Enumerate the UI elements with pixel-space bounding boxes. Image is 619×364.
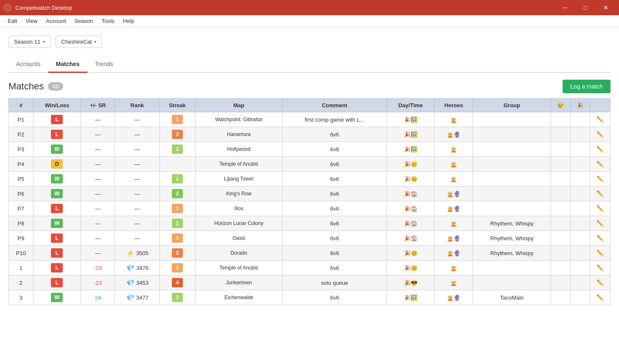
cell-rank: —: [115, 172, 160, 186]
menu-view[interactable]: View: [21, 16, 42, 26]
streak-badge: 1: [172, 293, 183, 302]
cell-streak: 2: [160, 246, 195, 261]
cell-comment: 6v6: [283, 290, 387, 305]
cell-group: Rhythem, Whispy: [473, 216, 551, 231]
cell-heroes: 🧝🔮: [434, 231, 473, 246]
edit-icon[interactable]: ✏️: [597, 220, 604, 227]
cell-sad: [551, 157, 570, 172]
cell-group: [473, 261, 551, 275]
cell-sad: [551, 290, 570, 305]
edit-icon[interactable]: ✏️: [597, 131, 604, 138]
cell-edit[interactable]: ✏️: [590, 290, 611, 305]
cell-group: Rhythem, Whispy: [473, 231, 551, 246]
log-match-button[interactable]: Log a match: [563, 80, 611, 93]
streak-badge: 1: [172, 233, 183, 243]
table-row: P6W——2King's Row6v6🎉🏠🧝🔮✏️: [9, 186, 611, 201]
cell-edit[interactable]: ✏️: [590, 201, 611, 216]
result-badge: W: [51, 174, 63, 183]
season-chevron-icon: ▾: [43, 39, 45, 44]
cell-sr-diff: 24: [81, 290, 115, 305]
edit-icon[interactable]: ✏️: [597, 235, 604, 242]
cell-num: P8: [9, 216, 34, 231]
edit-icon[interactable]: ✏️: [597, 279, 604, 286]
table-row: P4D——Temple of Anubis6v6🎉😊🧝✏️: [9, 157, 611, 172]
cell-result: W: [33, 142, 81, 157]
cell-sad: [551, 216, 570, 231]
cell-edit[interactable]: ✏️: [590, 142, 611, 157]
cell-sr-diff: —: [81, 127, 115, 142]
menu-tools[interactable]: Tools: [97, 16, 118, 26]
app-title: Competiwatch Desktop: [15, 5, 72, 11]
cell-heroes: 🧝🔮: [434, 290, 473, 305]
edit-icon[interactable]: ✏️: [597, 116, 604, 123]
cell-num: P2: [9, 127, 34, 142]
cell-daytime: 🎉😊: [387, 246, 434, 261]
cell-rank: —: [115, 157, 160, 172]
cell-daytime: 🎉😊: [387, 261, 434, 275]
tab-matches[interactable]: Matches: [48, 56, 87, 73]
cell-sad: [551, 275, 570, 290]
cell-comment: 6v6: [283, 127, 387, 142]
cell-edit[interactable]: ✏️: [590, 186, 611, 201]
cell-edit[interactable]: ✏️: [590, 157, 611, 172]
account-chevron-icon: ▾: [94, 39, 96, 44]
cell-map: Hollywood: [195, 142, 283, 157]
cell-streak: 1: [160, 290, 195, 305]
cell-group: [473, 201, 551, 216]
cell-comment: 6v6: [283, 261, 387, 275]
cell-streak: 2: [160, 186, 195, 201]
cell-edit[interactable]: ✏️: [590, 275, 611, 290]
cell-edit[interactable]: ✏️: [590, 246, 611, 261]
cell-edit[interactable]: ✏️: [590, 172, 611, 186]
rank-value: 3477: [136, 295, 148, 301]
edit-icon[interactable]: ✏️: [597, 250, 604, 256]
menu-edit[interactable]: Edit: [3, 16, 21, 26]
cell-sad: [551, 186, 570, 201]
result-badge: L: [51, 115, 63, 124]
cell-edit[interactable]: ✏️: [590, 261, 611, 275]
col-header-winloss: Win/Loss: [33, 99, 81, 112]
cell-map: Watchpoint: Gibraltar: [195, 112, 283, 127]
matches-count-badge: 48: [48, 82, 63, 91]
minimize-button[interactable]: ─: [555, 0, 575, 15]
menu-account[interactable]: Account: [42, 16, 70, 26]
cell-edit[interactable]: ✏️: [590, 231, 611, 246]
tab-accounts[interactable]: Accounts: [8, 56, 48, 73]
cell-party: [570, 142, 590, 157]
rank-cell: ⚡3505: [118, 249, 157, 257]
cell-result: L: [33, 275, 81, 290]
cell-edit[interactable]: ✏️: [590, 127, 611, 142]
tab-trends[interactable]: Trends: [87, 56, 121, 73]
cell-edit[interactable]: ✏️: [590, 112, 611, 127]
cell-map: King's Row: [195, 186, 283, 201]
edit-icon[interactable]: ✏️: [597, 264, 604, 271]
titlebar: 🎮 Competiwatch Desktop ─ □ ✕: [0, 0, 619, 15]
cell-rank: —: [115, 201, 160, 216]
menu-season[interactable]: Season: [70, 16, 97, 26]
cell-party: [570, 157, 590, 172]
maximize-button[interactable]: □: [576, 0, 595, 15]
cell-daytime: 🎉🏠: [387, 201, 434, 216]
edit-icon[interactable]: ✏️: [597, 190, 604, 197]
account-dropdown[interactable]: CheshireCat ▾: [56, 36, 102, 48]
result-badge: L: [51, 263, 63, 272]
edit-icon[interactable]: ✏️: [597, 161, 604, 167]
cell-num: P7: [9, 201, 34, 216]
edit-icon[interactable]: ✏️: [597, 205, 604, 212]
cell-sad: [551, 142, 570, 157]
table-row: P1L——1Watchpoint: Gibraltarfirst comp ga…: [9, 112, 611, 127]
season-dropdown[interactable]: Season 11 ▾: [8, 36, 50, 48]
edit-icon[interactable]: ✏️: [597, 146, 604, 153]
edit-icon[interactable]: ✏️: [597, 175, 604, 182]
edit-icon[interactable]: ✏️: [597, 294, 604, 301]
cell-num: P6: [9, 186, 34, 201]
cell-num: 1: [9, 261, 34, 275]
cell-sad: [551, 127, 570, 142]
cell-map: Eichenwalde: [195, 290, 283, 305]
cell-sad: [551, 201, 570, 216]
cell-num: P10: [9, 246, 34, 261]
cell-party: [570, 290, 590, 305]
menu-help[interactable]: Help: [119, 16, 139, 26]
cell-edit[interactable]: ✏️: [590, 216, 611, 231]
close-button[interactable]: ✕: [596, 0, 616, 15]
